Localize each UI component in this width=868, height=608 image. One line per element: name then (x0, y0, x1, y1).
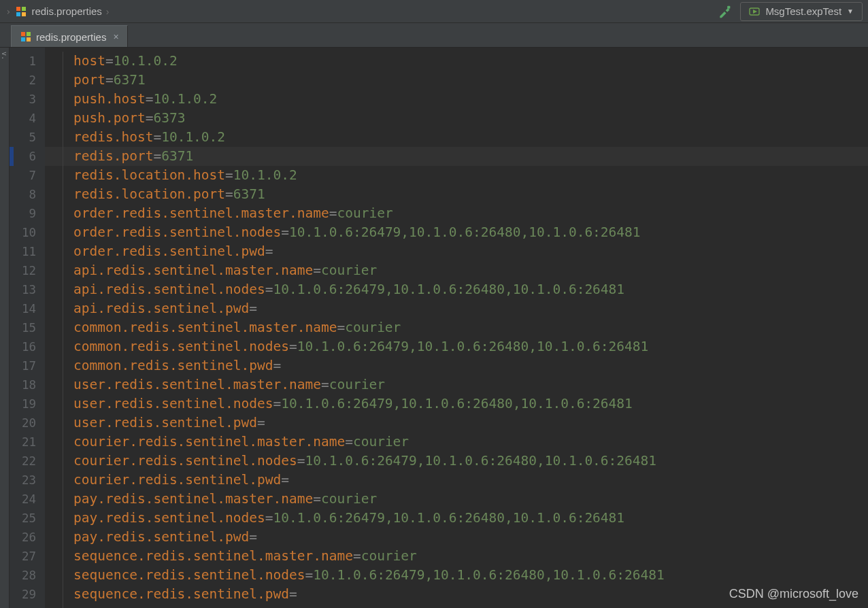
code-line[interactable]: api.redis.sentinel.pwd= (45, 299, 868, 318)
property-value: courier (329, 377, 385, 392)
code-line[interactable]: courier.redis.sentinel.nodes=10.1.0.6:26… (45, 452, 868, 471)
line-number: 7 (10, 166, 44, 185)
property-key: push.host (73, 91, 146, 107)
code-line[interactable]: user.redis.sentinel.nodes=10.1.0.6:26479… (45, 394, 868, 413)
code-line[interactable]: order.redis.sentinel.nodes=10.1.0.6:2647… (45, 223, 868, 242)
property-value: 10.1.0.6:26479,10.1.0.6:26480,10.1.0.6:2… (289, 224, 641, 240)
code-line[interactable]: order.redis.sentinel.master.name=courier (45, 204, 868, 223)
line-number: 17 (10, 356, 44, 375)
equals-sign: = (345, 434, 353, 450)
line-number: 2 (10, 71, 44, 90)
code-line[interactable]: sequence.redis.sentinel.master.name=cour… (45, 547, 868, 566)
equals-sign: = (273, 396, 282, 411)
tool-window-stub[interactable]: v. (0, 48, 10, 608)
code-line[interactable]: pay.redis.sentinel.nodes=10.1.0.6:26479,… (45, 509, 868, 528)
line-number: 11 (10, 242, 44, 261)
property-value: 10.1.0.6:26479,10.1.0.6:26480,10.1.0.6:2… (281, 396, 633, 411)
line-number: 9 (10, 204, 44, 223)
build-icon[interactable] (716, 3, 733, 20)
equals-sign: = (289, 339, 297, 354)
property-key: courier.redis.sentinel.pwd (73, 472, 281, 488)
line-number: 23 (10, 471, 44, 490)
code-line[interactable]: redis.location.host=10.1.0.2 (45, 166, 868, 185)
property-key: courier.redis.sentinel.nodes (73, 453, 297, 469)
line-number: 20 (10, 413, 44, 433)
line-number: 25 (10, 509, 44, 528)
equals-sign: = (281, 472, 289, 488)
line-number: 24 (10, 490, 44, 509)
code-line[interactable]: courier.redis.sentinel.pwd= (45, 471, 868, 490)
property-key: push.port (73, 110, 146, 126)
code-line[interactable]: host=10.1.0.2 (45, 52, 868, 71)
code-line[interactable]: order.redis.sentinel.pwd= (45, 242, 868, 261)
editor-tab-label: redis.properties (36, 31, 106, 43)
line-number: 16 (10, 337, 44, 356)
equals-sign: = (289, 586, 297, 602)
property-key: redis.location.host (73, 167, 225, 183)
line-number: 1 (10, 52, 44, 71)
code-line[interactable]: redis.port=6371 (45, 147, 868, 166)
code-line[interactable]: user.redis.sentinel.master.name=courier (45, 375, 868, 394)
code-line[interactable]: pay.redis.sentinel.pwd= (45, 528, 868, 547)
property-key: user.redis.sentinel.pwd (73, 415, 257, 430)
svg-rect-3 (22, 12, 26, 16)
equals-sign: = (297, 453, 305, 469)
equals-sign: = (249, 529, 257, 545)
equals-sign: = (313, 263, 321, 278)
code-line[interactable]: redis.location.port=6371 (45, 185, 868, 204)
svg-rect-4 (728, 5, 731, 8)
svg-rect-10 (27, 37, 31, 41)
property-value: courier (361, 548, 417, 564)
line-number: 5 (10, 128, 44, 147)
code-line[interactable]: push.host=10.1.0.2 (45, 90, 868, 109)
equals-sign: = (313, 491, 321, 507)
property-value: 6373 (153, 110, 185, 126)
code-line[interactable]: common.redis.sentinel.pwd= (45, 356, 868, 375)
property-key: pay.redis.sentinel.nodes (73, 510, 265, 526)
code-area[interactable]: host=10.1.0.2port=6371push.host=10.1.0.2… (45, 48, 868, 608)
line-number: 6 (10, 147, 44, 166)
code-line[interactable]: redis.host=10.1.0.2 (45, 128, 868, 147)
code-line[interactable]: api.redis.sentinel.nodes=10.1.0.6:26479,… (45, 280, 868, 299)
watermark: CSDN @microsoft_love (729, 587, 858, 601)
equals-sign: = (329, 205, 337, 221)
property-key: order.redis.sentinel.nodes (73, 224, 281, 240)
code-line[interactable]: sequence.redis.sentinel.nodes=10.1.0.6:2… (45, 566, 868, 585)
property-value: 10.1.0.6:26479,10.1.0.6:26480,10.1.0.6:2… (313, 567, 665, 583)
equals-sign: = (321, 377, 329, 392)
properties-file-icon (15, 5, 27, 18)
editor-tab[interactable]: redis.properties × (11, 25, 128, 47)
line-number: 18 (10, 375, 44, 394)
code-line[interactable]: courier.redis.sentinel.master.name=couri… (45, 433, 868, 452)
line-number: 12 (10, 261, 44, 280)
breadcrumb[interactable]: redis.properties › (15, 5, 109, 18)
equals-sign: = (153, 129, 161, 145)
indent-guide (63, 52, 63, 608)
property-value: courier (353, 434, 409, 450)
property-key: common.redis.sentinel.nodes (73, 339, 289, 354)
line-number: 22 (10, 452, 44, 471)
property-key: common.redis.sentinel.pwd (73, 358, 273, 373)
equals-sign: = (273, 358, 282, 373)
equals-sign: = (249, 301, 257, 316)
close-icon[interactable]: × (113, 31, 118, 42)
line-number: 10 (10, 223, 44, 242)
svg-rect-2 (16, 12, 20, 16)
run-configuration-dropdown[interactable]: MsgTest.expTest ▼ (740, 2, 863, 21)
code-line[interactable]: user.redis.sentinel.pwd= (45, 413, 868, 433)
chevron-down-icon: ▼ (847, 7, 854, 15)
line-number: 19 (10, 394, 44, 413)
caret-line-marker (10, 147, 14, 166)
code-line[interactable]: api.redis.sentinel.master.name=courier (45, 261, 868, 280)
code-line[interactable]: push.port=6373 (45, 109, 868, 128)
line-number: 14 (10, 299, 44, 318)
property-key: pay.redis.sentinel.pwd (73, 529, 249, 545)
line-number: 3 (10, 90, 44, 109)
property-key: order.redis.sentinel.pwd (73, 243, 265, 259)
run-config-label: MsgTest.expTest (765, 5, 841, 17)
line-number: 29 (10, 585, 44, 604)
code-line[interactable]: port=6371 (45, 71, 868, 90)
code-line[interactable]: pay.redis.sentinel.master.name=courier (45, 490, 868, 509)
code-line[interactable]: common.redis.sentinel.master.name=courie… (45, 318, 868, 337)
code-line[interactable]: common.redis.sentinel.nodes=10.1.0.6:264… (45, 337, 868, 356)
